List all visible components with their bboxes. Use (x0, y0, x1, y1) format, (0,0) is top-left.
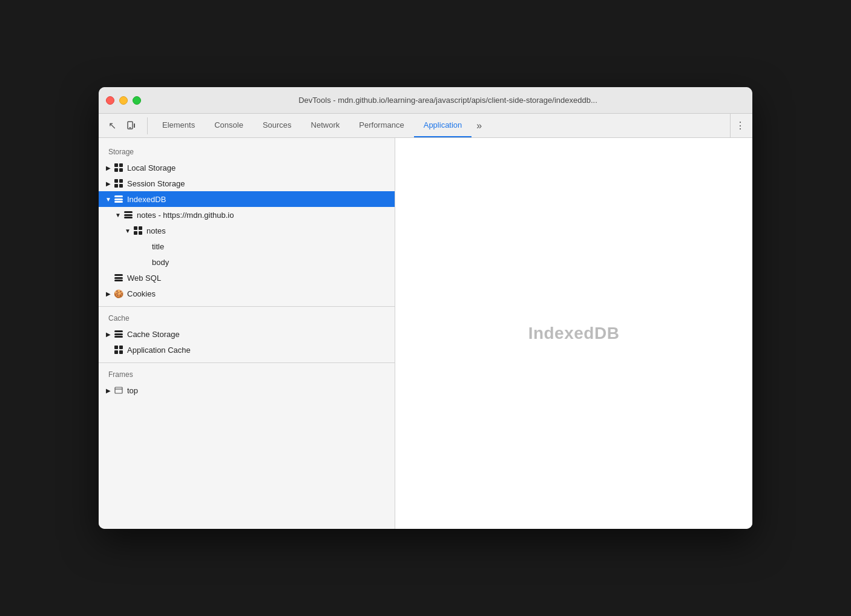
sidebar-item-title[interactable]: title (99, 238, 395, 254)
close-button[interactable] (106, 96, 114, 105)
tabs: Elements Console Sources Network Perform… (153, 114, 725, 137)
indexeddb-label: IndexedDB (127, 195, 166, 204)
tab-network[interactable]: Network (301, 114, 350, 137)
menu-button[interactable]: ⋮ (730, 114, 748, 137)
cookies-label: Cookies (127, 289, 156, 298)
window-icon-top (113, 386, 124, 395)
svg-rect-3 (115, 387, 122, 393)
notes-store-label: notes (146, 226, 166, 235)
expand-arrow-cache-storage: ▶ (104, 331, 113, 338)
tab-performance[interactable]: Performance (349, 114, 413, 137)
db-icon-notes-db (123, 211, 134, 219)
db-icon-websql (113, 274, 124, 282)
divider-cache-frames (99, 362, 395, 363)
notes-db-label: notes - https://mdn.github.io (137, 211, 234, 220)
sidebar-item-websql[interactable]: Web SQL (99, 270, 395, 286)
title-label: title (152, 242, 164, 251)
maximize-button[interactable] (133, 96, 141, 105)
sidebar-item-body[interactable]: body (99, 254, 395, 270)
sidebar-item-notes-db[interactable]: ▼ notes - https://mdn.github.io (99, 207, 395, 223)
sidebar-item-cookies[interactable]: ▶ 🍪 Cookies (99, 286, 395, 301)
sidebar-item-app-cache[interactable]: Application Cache (99, 342, 395, 358)
devtools-window: DevTools - mdn.github.io/learning-area/j… (99, 87, 752, 529)
sidebar-item-cache-storage[interactable]: ▶ Cache Storage (99, 326, 395, 342)
sidebar-item-notes-store[interactable]: ▼ notes (99, 223, 395, 238)
cache-section-label: Cache (99, 312, 395, 326)
grid-icon-app-cache (113, 346, 124, 354)
sidebar-item-local-storage[interactable]: ▶ Local Storage (99, 160, 395, 175)
titlebar: DevTools - mdn.github.io/learning-area/j… (99, 87, 752, 114)
tab-sources[interactable]: Sources (253, 114, 301, 137)
expand-arrow-local-storage: ▶ (104, 165, 113, 171)
toolbar-icon-group: ↖ (104, 117, 148, 134)
sidebar-item-top[interactable]: ▶ top (99, 382, 395, 398)
sidebar-item-session-storage[interactable]: ▶ Session Storage (99, 175, 395, 191)
app-cache-label: Application Cache (127, 346, 191, 355)
tab-console[interactable]: Console (205, 114, 253, 137)
body-label: body (152, 258, 169, 267)
frames-section-label: Frames (99, 368, 395, 382)
svg-rect-1 (134, 123, 135, 128)
toolbar: ↖ Elements Console Sources Network (99, 114, 752, 138)
local-storage-label: Local Storage (127, 163, 176, 172)
expand-arrow-cookies: ▶ (104, 290, 113, 297)
panel-placeholder: IndexedDB (528, 324, 620, 343)
minimize-button[interactable] (119, 96, 128, 105)
sidebar-item-indexeddb[interactable]: ▼ IndexedDB (99, 191, 395, 207)
websql-label: Web SQL (127, 274, 161, 283)
expand-arrow-notes-store: ▼ (123, 228, 133, 234)
expand-arrow-notes-db: ▼ (113, 212, 123, 218)
cache-storage-label: Cache Storage (127, 330, 180, 339)
tab-elements[interactable]: Elements (153, 114, 205, 137)
window-title: DevTools - mdn.github.io/learning-area/j… (151, 96, 745, 105)
cookie-icon: 🍪 (113, 289, 124, 298)
more-tabs-button[interactable]: » (472, 114, 487, 137)
db-icon-cache-storage (113, 330, 124, 338)
tab-application[interactable]: Application (414, 114, 472, 137)
top-label: top (127, 386, 138, 395)
traffic-lights (106, 96, 141, 105)
expand-arrow-top: ▶ (104, 387, 113, 394)
expand-arrow-session-storage: ▶ (104, 180, 113, 187)
grid-icon-notes-store (133, 226, 143, 235)
session-storage-label: Session Storage (127, 179, 185, 188)
cursor-icon[interactable]: ↖ (104, 117, 120, 134)
expand-arrow-indexeddb: ▼ (104, 196, 113, 203)
db-icon-indexeddb (113, 195, 124, 203)
storage-section-label: Storage (99, 145, 395, 160)
grid-icon-local-storage (113, 163, 124, 172)
main-panel: IndexedDB (395, 138, 752, 529)
device-icon[interactable] (123, 117, 140, 134)
divider-storage-cache (99, 306, 395, 307)
grid-icon-session-storage (113, 179, 124, 188)
sidebar: Storage ▶ Local Storage ▶ Session Storag… (99, 138, 395, 529)
main-content: Storage ▶ Local Storage ▶ Session Storag… (99, 138, 752, 529)
